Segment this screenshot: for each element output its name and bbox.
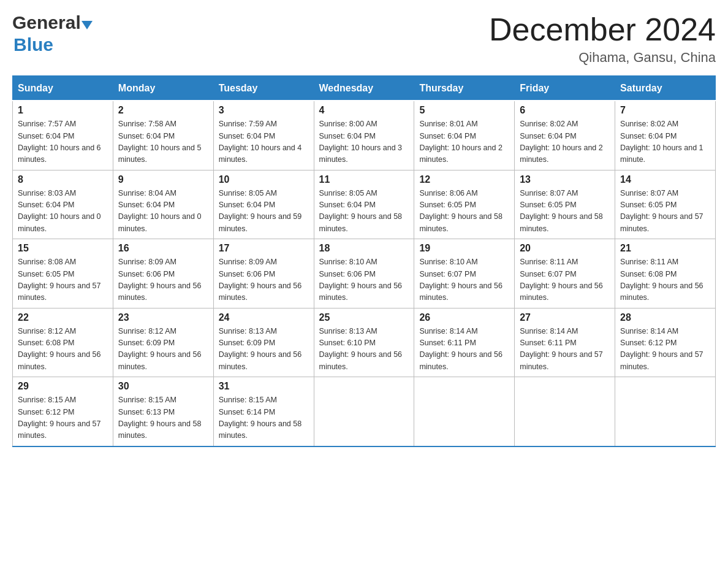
calendar-header-row: Sunday Monday Tuesday Wednesday Thursday… — [13, 76, 716, 101]
table-row: 23 Sunrise: 8:12 AMSunset: 6:09 PMDaylig… — [113, 308, 213, 377]
month-title: December 2024 — [489, 12, 716, 47]
day-info: Sunrise: 8:09 AMSunset: 6:06 PMDaylight:… — [118, 256, 208, 304]
day-number: 7 — [620, 105, 710, 116]
week-row-2: 8 Sunrise: 8:03 AMSunset: 6:04 PMDayligh… — [13, 170, 716, 239]
table-row: 26 Sunrise: 8:14 AMSunset: 6:11 PMDaylig… — [414, 308, 515, 377]
table-row: 11 Sunrise: 8:05 AMSunset: 6:04 PMDaylig… — [314, 170, 414, 239]
day-info: Sunrise: 8:15 AMSunset: 6:12 PMDaylight:… — [18, 394, 108, 442]
logo: General Blue — [12, 12, 93, 55]
table-row: 12 Sunrise: 8:06 AMSunset: 6:05 PMDaylig… — [414, 170, 515, 239]
day-info: Sunrise: 8:06 AMSunset: 6:05 PMDaylight:… — [419, 188, 509, 236]
day-number: 30 — [118, 381, 208, 392]
logo-triangle-icon — [82, 21, 93, 29]
day-number: 14 — [620, 174, 710, 185]
day-info: Sunrise: 8:12 AMSunset: 6:09 PMDaylight:… — [118, 326, 208, 373]
day-number: 25 — [319, 312, 409, 323]
day-number: 16 — [118, 243, 208, 254]
calendar-table: Sunday Monday Tuesday Wednesday Thursday… — [12, 75, 716, 447]
logo-general-text: General — [12, 12, 81, 33]
title-area: December 2024 Qihama, Gansu, China — [489, 12, 716, 66]
day-number: 6 — [520, 105, 610, 116]
day-number: 19 — [419, 243, 509, 254]
day-info: Sunrise: 8:04 AMSunset: 6:04 PMDaylight:… — [118, 188, 208, 236]
table-row: 6 Sunrise: 8:02 AMSunset: 6:04 PMDayligh… — [515, 101, 615, 170]
day-number: 31 — [219, 381, 309, 392]
col-thursday: Thursday — [414, 76, 515, 101]
table-row: 7 Sunrise: 8:02 AMSunset: 6:04 PMDayligh… — [615, 101, 716, 170]
day-number: 21 — [620, 243, 710, 254]
table-row: 21 Sunrise: 8:11 AMSunset: 6:08 PMDaylig… — [615, 239, 716, 308]
table-row: 13 Sunrise: 8:07 AMSunset: 6:05 PMDaylig… — [515, 170, 615, 239]
day-number: 13 — [520, 174, 610, 185]
table-row: 24 Sunrise: 8:13 AMSunset: 6:09 PMDaylig… — [213, 308, 314, 377]
col-saturday: Saturday — [615, 76, 716, 101]
day-info: Sunrise: 8:14 AMSunset: 6:11 PMDaylight:… — [520, 326, 610, 373]
day-number: 28 — [620, 312, 710, 323]
table-row: 25 Sunrise: 8:13 AMSunset: 6:10 PMDaylig… — [314, 308, 414, 377]
table-row: 29 Sunrise: 8:15 AMSunset: 6:12 PMDaylig… — [13, 377, 113, 446]
table-row: 20 Sunrise: 8:11 AMSunset: 6:07 PMDaylig… — [515, 239, 615, 308]
day-info: Sunrise: 8:10 AMSunset: 6:07 PMDaylight:… — [419, 256, 509, 304]
day-number: 22 — [18, 312, 108, 323]
day-number: 27 — [520, 312, 610, 323]
table-row: 30 Sunrise: 8:15 AMSunset: 6:13 PMDaylig… — [113, 377, 213, 446]
day-number: 24 — [219, 312, 309, 323]
table-row: 27 Sunrise: 8:14 AMSunset: 6:11 PMDaylig… — [515, 308, 615, 377]
table-row: 16 Sunrise: 8:09 AMSunset: 6:06 PMDaylig… — [113, 239, 213, 308]
week-row-4: 22 Sunrise: 8:12 AMSunset: 6:08 PMDaylig… — [13, 308, 716, 377]
day-number: 12 — [419, 174, 509, 185]
table-row: 3 Sunrise: 7:59 AMSunset: 6:04 PMDayligh… — [213, 101, 314, 170]
day-number: 9 — [118, 174, 208, 185]
table-row: 4 Sunrise: 8:00 AMSunset: 6:04 PMDayligh… — [314, 101, 414, 170]
day-number: 3 — [219, 105, 309, 116]
day-number: 11 — [319, 174, 409, 185]
table-row — [515, 377, 615, 446]
table-row: 10 Sunrise: 8:05 AMSunset: 6:04 PMDaylig… — [213, 170, 314, 239]
day-info: Sunrise: 8:00 AMSunset: 6:04 PMDaylight:… — [319, 118, 409, 166]
day-number: 4 — [319, 105, 409, 116]
table-row — [314, 377, 414, 446]
table-row — [615, 377, 716, 446]
day-number: 17 — [219, 243, 309, 254]
week-row-1: 1 Sunrise: 7:57 AMSunset: 6:04 PMDayligh… — [13, 101, 716, 170]
table-row: 19 Sunrise: 8:10 AMSunset: 6:07 PMDaylig… — [414, 239, 515, 308]
week-row-3: 15 Sunrise: 8:08 AMSunset: 6:05 PMDaylig… — [13, 239, 716, 308]
day-info: Sunrise: 8:11 AMSunset: 6:08 PMDaylight:… — [620, 256, 710, 304]
day-info: Sunrise: 8:02 AMSunset: 6:04 PMDaylight:… — [520, 118, 610, 166]
day-info: Sunrise: 8:14 AMSunset: 6:11 PMDaylight:… — [419, 326, 509, 373]
col-tuesday: Tuesday — [213, 76, 314, 101]
day-info: Sunrise: 8:15 AMSunset: 6:14 PMDaylight:… — [219, 394, 309, 442]
day-info: Sunrise: 8:05 AMSunset: 6:04 PMDaylight:… — [319, 188, 409, 236]
table-row: 9 Sunrise: 8:04 AMSunset: 6:04 PMDayligh… — [113, 170, 213, 239]
day-number: 15 — [18, 243, 108, 254]
logo-blue-text: Blue — [13, 34, 53, 55]
col-monday: Monday — [113, 76, 213, 101]
col-sunday: Sunday — [13, 76, 113, 101]
day-info: Sunrise: 8:15 AMSunset: 6:13 PMDaylight:… — [118, 394, 208, 442]
day-info: Sunrise: 8:03 AMSunset: 6:04 PMDaylight:… — [18, 188, 108, 236]
table-row: 1 Sunrise: 7:57 AMSunset: 6:04 PMDayligh… — [13, 101, 113, 170]
day-info: Sunrise: 7:57 AMSunset: 6:04 PMDaylight:… — [18, 118, 108, 166]
week-row-5: 29 Sunrise: 8:15 AMSunset: 6:12 PMDaylig… — [13, 377, 716, 446]
day-number: 8 — [18, 174, 108, 185]
day-number: 20 — [520, 243, 610, 254]
day-info: Sunrise: 8:14 AMSunset: 6:12 PMDaylight:… — [620, 326, 710, 373]
table-row: 22 Sunrise: 8:12 AMSunset: 6:08 PMDaylig… — [13, 308, 113, 377]
day-number: 18 — [319, 243, 409, 254]
day-info: Sunrise: 8:09 AMSunset: 6:06 PMDaylight:… — [219, 256, 309, 304]
table-row: 2 Sunrise: 7:58 AMSunset: 6:04 PMDayligh… — [113, 101, 213, 170]
day-number: 5 — [419, 105, 509, 116]
table-row: 15 Sunrise: 8:08 AMSunset: 6:05 PMDaylig… — [13, 239, 113, 308]
day-info: Sunrise: 8:02 AMSunset: 6:04 PMDaylight:… — [620, 118, 710, 166]
table-row — [414, 377, 515, 446]
table-row: 31 Sunrise: 8:15 AMSunset: 6:14 PMDaylig… — [213, 377, 314, 446]
day-info: Sunrise: 8:08 AMSunset: 6:05 PMDaylight:… — [18, 256, 108, 304]
day-info: Sunrise: 8:07 AMSunset: 6:05 PMDaylight:… — [620, 188, 710, 236]
table-row: 14 Sunrise: 8:07 AMSunset: 6:05 PMDaylig… — [615, 170, 716, 239]
day-number: 29 — [18, 381, 108, 392]
day-info: Sunrise: 8:12 AMSunset: 6:08 PMDaylight:… — [18, 326, 108, 373]
day-info: Sunrise: 8:07 AMSunset: 6:05 PMDaylight:… — [520, 188, 610, 236]
day-info: Sunrise: 8:05 AMSunset: 6:04 PMDaylight:… — [219, 188, 309, 236]
day-info: Sunrise: 8:10 AMSunset: 6:06 PMDaylight:… — [319, 256, 409, 304]
day-number: 26 — [419, 312, 509, 323]
